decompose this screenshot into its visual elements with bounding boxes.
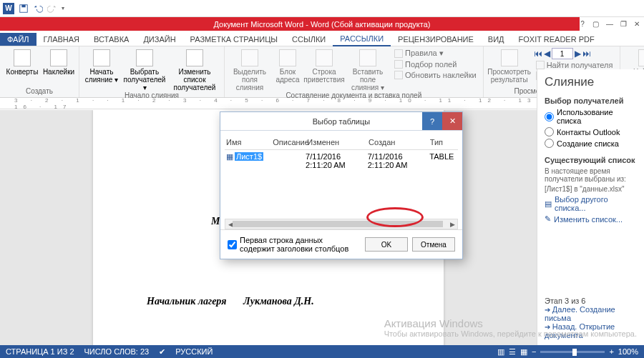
redo-icon[interactable] [47,4,57,14]
option-use-list[interactable]: Использование списка [545,108,637,125]
select-other-list-link[interactable]: ▤Выбор другого списка... [545,195,637,212]
word-icon: W [3,3,14,14]
update-labels-button[interactable]: Обновить наклейки [392,70,479,80]
close-icon[interactable]: ✕ [634,19,640,29]
table-row[interactable]: ▦Лист1$ 7/11/2016 2:11:20 AM 7/11/2016 2… [225,150,458,171]
edit-recipients-button[interactable]: Изменить список получателей [170,48,220,91]
group-label: Создать [4,87,74,96]
dialog-h-scrollbar[interactable]: ◀ ▶ [225,219,458,229]
radio-outlook[interactable] [545,127,554,136]
labels-button[interactable]: Наклейки [43,48,74,76]
view-print-icon[interactable]: ▥ [497,347,504,357]
col-modified[interactable]: Изменен [307,138,369,146]
row-type: TABLE [429,152,457,169]
next-record-icon[interactable]: ▶ [575,49,581,59]
row-created: 7/11/2016 2:11:20 AM [368,152,430,169]
col-created[interactable]: Создан [369,138,430,146]
view-web-icon[interactable]: ▦ [520,347,527,357]
proofing-icon[interactable]: ✔ [159,347,165,357]
minimize-icon[interactable]: — [606,19,613,29]
save-icon[interactable] [19,4,29,14]
record-nav: ⏮ ◀ ▶ ⏭ [534,48,615,59]
step-indicator: Этап 3 из 6 [545,297,637,305]
dialog-help-icon[interactable]: ? [422,112,442,130]
address-block-button[interactable]: Блок адреса [273,48,302,84]
edit-icon: ✎ [545,214,551,224]
first-record-icon[interactable]: ⏮ [534,49,542,59]
tab-file[interactable]: ФАЙЛ [0,33,36,46]
next-step-link[interactable]: ➔ Далее. Создание письма [545,305,637,322]
scroll-right-icon[interactable]: ▶ [447,219,457,229]
radio-new-list[interactable] [545,139,554,148]
language-indicator[interactable]: РУССКИЙ [175,347,213,356]
select-table-dialog: Выбор таблицы ? ✕ Имя Описание Изменен С… [220,111,463,259]
rules-button[interactable]: Правила ▾ [392,48,479,59]
row-name: Лист1$ [235,152,263,161]
highlight-fields-button[interactable]: Выделить поля слияния [229,48,270,91]
col-name[interactable]: Имя [226,138,273,146]
quick-access-toolbar: W ▾ [0,0,644,17]
view-read-icon[interactable]: ☰ [509,347,516,357]
headers-checkbox[interactable] [228,240,237,249]
col-type[interactable]: Тип [430,138,457,146]
match-fields-button[interactable]: Подбор полей [392,59,479,69]
restore-icon[interactable]: ❐ [620,19,627,29]
word-count[interactable]: ЧИСЛО СЛОВ: 23 [84,347,150,356]
table-list: Имя Описание Изменен Создан Тип ▦Лист1$ … [220,131,462,219]
table-header-row: Имя Описание Изменен Создан Тип [225,135,458,150]
status-bar: СТРАНИЦА 1 ИЗ 2 ЧИСЛО СЛОВ: 23 ✔ РУССКИЙ… [0,345,644,358]
tab-home[interactable]: ГЛАВНАЯ [36,33,87,46]
zoom-level[interactable]: 100% [618,347,638,356]
list-icon: ▤ [545,199,552,209]
radio-use-list[interactable] [545,112,554,121]
title-bar: Документ Microsoft Word - Word (Сбой акт… [0,17,644,31]
insert-merge-field-button[interactable]: Вставить поле слияния ▾ [346,48,389,91]
tab-layout[interactable]: РАЗМЕТКА СТРАНИЦЫ [183,33,285,46]
col-desc[interactable]: Описание [273,138,307,146]
page-indicator[interactable]: СТРАНИЦА 1 ИЗ 2 [6,347,74,356]
tab-review[interactable]: РЕЦЕНЗИРОВАНИЕ [391,33,481,46]
zoom-out-icon[interactable]: − [532,347,536,356]
dialog-close-icon[interactable]: ✕ [442,112,462,130]
group-create: Конверты Наклейки Создать [0,46,79,97]
doc-text-initial: М [211,216,220,227]
svg-rect-1 [21,4,25,7]
preview-results-button[interactable]: Просмотреть результаты [488,48,531,84]
undo-icon[interactable] [33,4,43,14]
zoom-slider[interactable] [540,351,605,353]
tab-mailings[interactable]: РАССЫЛКИ [333,32,391,46]
option-new-list[interactable]: Создание списка [545,139,637,148]
ok-button[interactable]: OK [365,237,408,252]
existing-list-text: В настоящее время получатели выбраны из: [545,167,637,183]
find-recipient-button[interactable]: Найти получателя [534,60,615,70]
first-row-headers-checkbox[interactable]: Первая строка данных содержит заголовки … [228,236,359,253]
envelopes-button[interactable]: Конверты [4,48,40,76]
qat-customize-icon[interactable]: ▾ [62,5,64,11]
last-record-icon[interactable]: ⏭ [582,49,591,59]
prev-step-link[interactable]: ➔ Назад. Открытие документа [545,322,637,339]
existing-list-file: [Лист1$] в "данные.xlsx" [545,185,637,193]
tab-foxit[interactable]: Foxit Reader PDF [512,33,602,46]
option-outlook[interactable]: Контакты Outlook [545,127,637,136]
sheet-icon: ▦ [226,152,233,161]
greeting-line-button[interactable]: Строка приветствия [305,48,343,84]
tab-design[interactable]: ДИЗАЙН [136,33,182,46]
help-icon[interactable]: ? [580,19,585,29]
dialog-title: Выбор таблицы [313,117,370,126]
ribbon-tabs: ФАЙЛ ГЛАВНАЯ ВСТАВКА ДИЗАЙН РАЗМЕТКА СТР… [0,31,644,46]
prev-record-icon[interactable]: ◀ [544,49,550,59]
cancel-button[interactable]: Отмена [412,237,455,252]
tab-insert[interactable]: ВСТАВКА [87,33,136,46]
row-modified: 7/11/2016 2:11:20 AM [306,152,368,169]
tab-view[interactable]: ВИД [481,33,512,46]
dialog-titlebar[interactable]: Выбор таблицы ? ✕ [220,112,462,131]
tab-references[interactable]: ССЫЛКИ [285,33,333,46]
mail-merge-pane: Слияние Выбор получателей Использование … [537,69,644,345]
edit-list-link[interactable]: ✎Изменить список... [545,214,637,224]
start-merge-button[interactable]: Начать слияние ▾ [84,48,119,84]
record-input[interactable] [552,48,573,59]
zoom-in-icon[interactable]: + [609,347,613,356]
select-recipients-button[interactable]: Выбрать получателей ▾ [122,48,167,91]
group-write-insert: Выделить поля слияния Блок адреса Строка… [225,46,484,97]
ribbon-display-icon[interactable]: ▢ [592,19,599,29]
